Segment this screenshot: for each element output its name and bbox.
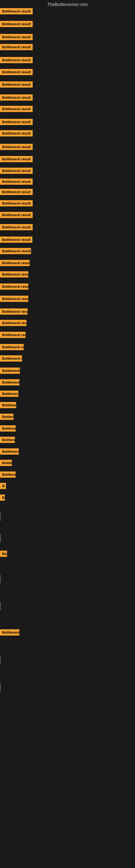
bottleneck-result-item: Bottleneck result [0,248,31,255]
bottleneck-result-label: Bottler [0,460,12,466]
bottleneck-result-label: Bottleneck result [0,368,20,374]
bottleneck-result-label: Bottleneck result [0,332,26,338]
site-title: TheBottlenecker.com [0,0,135,8]
bottleneck-result-label: Bottleneck re [0,629,19,636]
bottleneck-result-label: B [0,483,6,489]
bottleneck-result-item: Bottleneck result [0,119,33,126]
bottleneck-result-item: Bottleneck result [0,34,33,41]
bottleneck-result-label: Bottleneck result [0,106,33,112]
bottleneck-result-item: Bottleneck result [0,21,33,28]
bottleneck-result-item: Bottlenec [0,437,15,444]
bottleneck-result-label: Bottleneck result [0,260,30,266]
bottleneck-result-item: Bottleneck result [0,94,33,102]
bottleneck-result-item: Bottleneck [0,402,16,409]
bottleneck-result-item: Bottler [0,460,12,467]
bottleneck-result-label: Bottleneck result [0,34,33,40]
bottleneck-result-item: Bottleneck result [0,8,33,16]
bottleneck-result-item: Bottleneck result [0,44,33,51]
bottleneck-result-item: Bottleneck result [0,156,33,163]
vertical-line-marker [0,684,1,692]
bottleneck-result-item: Bottleneck result [0,271,28,279]
bottleneck-result-label: Bottleneck result [0,344,24,350]
bottleneck-result-item: Bottleneck r [0,448,19,456]
bottleneck-result-item: Bottleneck result [0,355,22,363]
bottleneck-result-item: Bottlen [0,414,13,421]
vertical-line-marker [0,513,1,521]
bottleneck-result-item: Bottleneck result [0,179,33,186]
bottleneck-result-item: Bottleneck result [0,69,33,76]
bottleneck-result-item: Bottleneck result [0,200,33,208]
bottleneck-result-item: Bottleneck result [0,167,33,175]
bottleneck-result-label: Bottleneck result [0,8,33,14]
bottleneck-result-label: Bottlenec [0,437,15,443]
bottleneck-result-item: Bottleneck result [0,368,20,375]
bottleneck-result-label: Bottleneck result [0,283,28,290]
bottleneck-result-label: Bottleneck result [0,296,28,302]
bottleneck-result-label: Bottleneck result [0,82,33,88]
bottleneck-result-label: Bottleneck result [0,130,33,136]
bottleneck-result-label: Bottleneck result [0,57,33,63]
bottleneck-result-item: Bottleneck r [0,391,18,398]
bottleneck-result-label: Bottleneck result [0,200,33,207]
bottleneck-result-label: Bottleneck result [0,21,33,27]
bottleneck-result-item: Bottleneck result [0,189,33,196]
bottleneck-result-label: Bottleneck result [0,308,28,315]
bottleneck-result-label: Bottleneck result [0,320,27,326]
bottleneck-result-item: Bottleneck result [0,106,33,113]
bottleneck-result-label: Bottleneck result [0,44,33,50]
bottleneck-result-item: Bottleneck result [0,130,33,137]
bottleneck-result-item: Bottleneck result [0,57,33,64]
bottleneck-result-item: Bottleneck result [0,260,30,267]
bottleneck-result-label: Bottleneck result [0,94,33,101]
bottleneck-result-label: Bottleneck r [0,448,19,455]
vertical-line-marker [0,575,1,583]
bottleneck-result-label: Bottleneck re [0,379,19,385]
bottleneck-result-label: Bottleneck [0,402,16,408]
vertical-line-marker [0,534,1,542]
bottleneck-result-item: Bottleneck result [0,144,33,151]
bottleneck-result-label: Bottleneck r [0,391,18,397]
bottleneck-result-item: Bottleneck result [0,296,28,303]
bottleneck-result-label: B [0,495,5,501]
bottleneck-result-label: Bottleneck result [0,144,33,150]
bottleneck-result-item: Bottleneck result [0,320,27,327]
bottleneck-result-item: Bottleneck result [0,212,33,219]
bottleneck-result-label: Bottleneck result [0,224,33,230]
bottleneck-result-item: Bottleneck result [0,224,33,231]
bottleneck-result-item: Bo [0,551,7,558]
bottleneck-result-label: Bottleneck result [0,248,31,254]
bottleneck-result-item: Bottleneck result [0,82,33,89]
bottleneck-result-item: Bottleneck result [0,308,28,316]
bottleneck-result-label: Bottleneck [0,471,16,478]
bottleneck-result-label: Bo [0,551,7,557]
bottleneck-result-item: Bottleneck result [0,332,26,339]
bottleneck-result-label: Bottleneck result [0,355,22,362]
bottleneck-result-item: B [0,495,5,502]
bottleneck-result-label: Bottleneck result [0,167,33,174]
vertical-line-marker [0,656,1,664]
bottleneck-result-label: Bottleneck result [0,237,32,243]
bottleneck-result-label: Bottleneck result [0,69,33,75]
bottleneck-result-label: Bottleneck result [0,156,33,162]
bottleneck-result-label: Bottleneck result [0,119,33,125]
bottleneck-result-label: Bottleneck result [0,271,28,278]
bottleneck-result-label: Bottleneck result [0,189,33,195]
site-title-container: TheBottlenecker.com [0,0,135,8]
bottleneck-result-label: Bottleneck result [0,179,33,185]
vertical-line-marker [0,602,1,610]
bottleneck-result-item: B [0,483,6,490]
bottleneck-result-item: Bottleneck result [0,237,32,244]
bottleneck-result-item: Bottleneck re [0,379,19,386]
bottleneck-result-item: Bottleneck result [0,344,24,351]
bottleneck-result-item: Bottleneck [0,471,16,479]
bottleneck-result-item: Bottleneck result [0,283,28,291]
bottleneck-result-item: Bottleneck re [0,629,19,637]
bottleneck-result-item: Bottleneck [0,425,16,433]
bottleneck-result-label: Bottleneck [0,425,16,432]
bottleneck-result-label: Bottlen [0,414,13,420]
bottleneck-result-label: Bottleneck result [0,212,33,218]
